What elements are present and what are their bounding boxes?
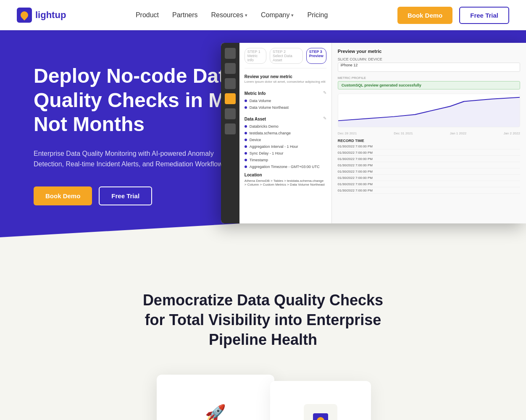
chevron-down-icon: ▾ <box>245 13 247 18</box>
mock-row: Data Volume <box>245 97 326 104</box>
bullet-icon <box>245 152 247 155</box>
mock-record-row: 01/30/2022 7:00:00 PM <box>338 170 520 175</box>
chart-date-1: Dec 28 2021 <box>338 131 357 135</box>
nav-free-trial-button[interactable]: Free Trial <box>459 7 509 24</box>
mock-da-row: Timestamp <box>250 158 268 162</box>
navbar: lightup Product Partners Resources ▾ Com… <box>0 0 526 30</box>
nav-link-resources[interactable]: Resources ▾ <box>211 11 247 19</box>
mock-row: Aggregation Interval - 1 Hour <box>245 143 326 150</box>
bullet-icon <box>245 125 247 128</box>
chart-date-2: Dec 31 2021 <box>394 131 413 135</box>
mock-slice-label: SLICE COLUMN: DEVICE <box>338 57 520 61</box>
mock-metric-profile-label: METRIC PROFILE <box>338 76 520 80</box>
mock-da-row: testdata.schema.change <box>250 131 291 135</box>
mock-da-row: Aggregation Interval - 1 Hour <box>250 144 298 149</box>
mock-record-time-label: RECORD TIME <box>338 139 520 143</box>
mock-record-row: 01/30/2022 7:00:00 PM <box>338 157 520 162</box>
nav-links: Product Partners Resources ▾ Company ▾ P… <box>136 11 328 19</box>
hero-free-trial-button[interactable]: Free Trial <box>99 186 152 205</box>
bullet-icon <box>245 100 247 102</box>
mock-row: Timestamp <box>245 157 326 163</box>
mock-da-row: Device <box>250 138 261 142</box>
edit-icon: ✎ <box>323 116 326 121</box>
mock-row: Sync Delay - 1 Hour <box>245 150 326 157</box>
mock-row: Data Volume Northeast <box>245 104 326 111</box>
nav-actions: Book Demo Free Trial <box>397 7 509 24</box>
second-card <box>270 381 371 420</box>
mock-step-2: STEP 2Select Data Asset <box>270 48 303 64</box>
mock-review-heading: Review your new metric <box>245 74 326 79</box>
bullet-icon <box>245 145 247 148</box>
edit-icon: ✎ <box>323 90 326 95</box>
hero-subtitle: Enterprise Data Quality Monitoring with … <box>34 148 244 170</box>
mock-metric-info-label: Metric Info <box>245 91 266 96</box>
chevron-down-icon: ▾ <box>291 13 294 18</box>
logo-wordmark: lightup <box>35 10 66 21</box>
hero-screenshot: STEP 1Metric Info STEP 2Select Data Asse… <box>221 43 526 223</box>
chart-date-4: Jan 2 2022 <box>503 131 520 135</box>
bullet-icon <box>245 139 247 141</box>
mock-record-row: 01/30/2022 7:00:00 PM <box>338 189 520 194</box>
mock-record-row: 01/30/2022 7:00:00 PM <box>338 176 520 181</box>
mock-data-asset-label: Data Asset <box>245 117 266 121</box>
mock-location-label: Location <box>245 173 326 177</box>
mock-chart <box>338 94 520 127</box>
mock-record-row: 01/30/2022 7:00:00 PM <box>338 151 520 156</box>
chart-date-3: Jan 1 2022 <box>450 131 467 135</box>
mock-sidebar-icon <box>225 123 236 134</box>
mock-row: Databricks Demo <box>245 123 326 130</box>
mock-record-rows: 01/30/2022 7:00:00 PM 01/30/2022 7:00:00… <box>338 144 520 194</box>
product-card: 🚀 10x faster <box>157 375 274 420</box>
nav-link-partners[interactable]: Partners <box>172 11 197 19</box>
bullet-icon <box>245 159 247 161</box>
mock-row: Device <box>245 136 326 143</box>
product-screenshot: STEP 1Metric Info STEP 2Select Data Asse… <box>221 43 526 223</box>
mock-sidebar-icon <box>225 78 236 89</box>
bullet-icon <box>245 132 247 134</box>
rocket-icon: 🚀 <box>205 404 226 420</box>
mock-row: Aggregation Timezone - GMT+03:00 UTC <box>245 163 326 170</box>
logo-icon <box>17 8 32 23</box>
mock-preview-heading: Preview your metric <box>338 49 520 54</box>
mock-record-row: 01/30/2022 7:00:00 PM <box>338 182 520 187</box>
mock-right-panel: Preview your metric SLICE COLUMN: DEVICE… <box>332 43 526 223</box>
hero-book-demo-button[interactable]: Book Demo <box>34 186 92 205</box>
chart-svg <box>338 94 520 127</box>
section-2-visual: ↙ 🚀 10x faster <box>17 375 509 420</box>
bullet-icon <box>245 106 247 109</box>
mock-sidebar <box>221 43 239 223</box>
mock-sidebar-icon-active <box>225 93 236 104</box>
bullet-icon <box>245 165 247 168</box>
mock-da-row: Databricks Demo <box>250 124 279 129</box>
mock-record-row: 01/30/2022 7:00:00 PM <box>338 144 520 150</box>
logo[interactable]: lightup <box>17 8 66 23</box>
mock-success-message: CustomSQL preview generated successfully <box>338 81 520 89</box>
mock-step-3: STEP 3Preview <box>306 48 326 64</box>
mock-sidebar-icon <box>225 48 236 59</box>
mock-da-row: Sync Delay - 1 Hour <box>250 151 284 155</box>
mock-sidebar-icon <box>225 108 236 119</box>
mock-steps: STEP 1Metric Info STEP 2Select Data Asse… <box>245 48 326 68</box>
nav-link-pricing[interactable]: Pricing <box>307 11 328 19</box>
mock-step-1: STEP 1Metric Info <box>245 48 266 64</box>
mock-metric-row-1: Data Volume <box>250 99 271 103</box>
section-2: Democratize Data Quality Checks for Tota… <box>0 257 526 420</box>
nav-book-demo-button[interactable]: Book Demo <box>397 7 452 24</box>
hero-section: Deploy No-code Data Quality Checks in Mi… <box>0 30 526 257</box>
mock-review-body: Lorem ipsum dolor sit amet, consectetur … <box>245 80 326 84</box>
mock-da-row: Aggregation Timezone - GMT+03:00 UTC <box>250 165 320 169</box>
mock-row: testdata.schema.change <box>245 130 326 136</box>
mock-record-row: 01/30/2022 7:00:00 PM <box>338 163 520 168</box>
mock-sidebar-icon <box>225 63 236 74</box>
mock-left-panel: STEP 1Metric Info STEP 2Select Data Asse… <box>239 43 332 223</box>
mock-slice-select: iPhone 12 <box>338 63 520 72</box>
mock-metric-row-2: Data Volume Northeast <box>250 105 289 110</box>
nav-link-company[interactable]: Company ▾ <box>261 11 294 19</box>
nav-link-product[interactable]: Product <box>136 11 159 19</box>
section-2-title: Democratize Data Quality Checks for Tota… <box>116 291 410 349</box>
mock-location-value: Athena DemoDB > Tables > testdata.schema… <box>245 179 326 186</box>
